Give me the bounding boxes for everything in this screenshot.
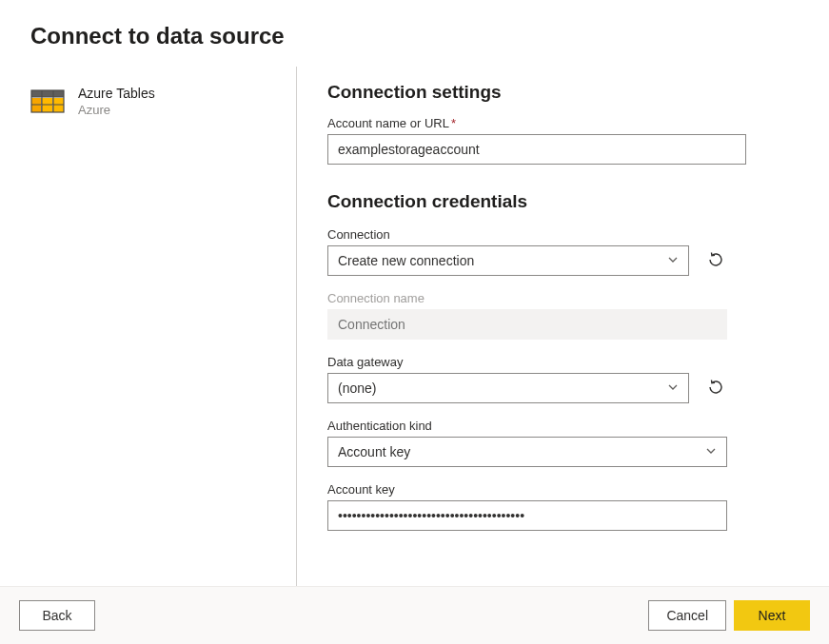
next-button[interactable]: Next xyxy=(734,600,810,631)
refresh-icon xyxy=(707,379,724,399)
connection-select-value: Create new connection xyxy=(338,253,474,268)
connection-name-input xyxy=(327,309,727,340)
connection-label: Connection xyxy=(327,227,689,242)
connection-credentials-heading: Connection credentials xyxy=(327,191,799,212)
dialog-footer: Back Cancel Next xyxy=(0,586,829,644)
gateway-label: Data gateway xyxy=(327,355,689,369)
source-name-label: Azure Tables xyxy=(78,86,155,103)
auth-kind-select[interactable]: Account key xyxy=(327,437,727,467)
connection-settings-heading: Connection settings xyxy=(327,82,799,103)
connection-name-label: Connection name xyxy=(327,291,727,305)
account-url-label: Account name or URL* xyxy=(327,116,746,130)
page-title: Connect to data source xyxy=(30,23,799,49)
account-url-input[interactable] xyxy=(327,134,746,165)
connection-select[interactable]: Create new connection xyxy=(327,245,689,276)
azure-tables-icon xyxy=(30,86,65,120)
connection-refresh-button[interactable] xyxy=(704,245,727,276)
source-panel: Azure Tables Azure xyxy=(30,67,297,586)
chevron-down-icon xyxy=(667,381,679,396)
auth-kind-label: Authentication kind xyxy=(327,419,727,433)
source-vendor-label: Azure xyxy=(78,103,155,118)
auth-kind-select-value: Account key xyxy=(338,444,410,459)
account-key-label: Account key xyxy=(327,482,727,497)
chevron-down-icon xyxy=(667,253,679,268)
refresh-icon xyxy=(707,251,724,271)
back-button[interactable]: Back xyxy=(19,600,95,631)
chevron-down-icon xyxy=(705,444,717,459)
gateway-refresh-button[interactable] xyxy=(704,373,727,403)
gateway-select[interactable]: (none) xyxy=(327,373,689,403)
gateway-select-value: (none) xyxy=(338,381,376,396)
svg-rect-0 xyxy=(31,90,64,97)
account-key-input[interactable] xyxy=(327,500,727,531)
cancel-button[interactable]: Cancel xyxy=(648,600,726,631)
